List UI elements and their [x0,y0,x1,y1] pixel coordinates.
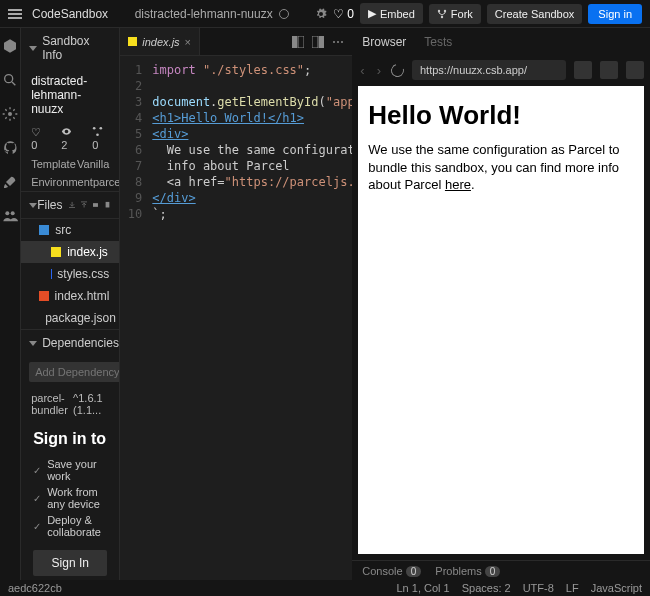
open-new-window-icon[interactable] [626,61,644,79]
cursor-position[interactable]: Ln 1, Col 1 [397,582,450,594]
template-label: Template [31,158,76,170]
svg-point-9 [96,133,99,136]
template-value: Vanilla [77,158,109,170]
signin-benefit-2: Work from any device [33,486,107,510]
problems-tab[interactable]: Problems 0 [435,565,500,577]
sandbox-title[interactable]: distracted-lehmann-nuuzx [135,7,273,21]
download-icon[interactable] [69,200,75,210]
svg-point-2 [441,15,443,17]
url-input[interactable] [412,60,566,80]
svg-point-5 [5,211,9,215]
status-bar: aedc622cb Ln 1, Col 1 Spaces: 2 UTF-8 LF… [0,580,650,596]
upload-icon[interactable] [81,200,87,210]
split-left-icon[interactable] [292,36,304,48]
file-package-json[interactable]: package.json [21,307,119,329]
svg-rect-13 [298,36,304,48]
dependency-row[interactable]: parcel-bundler^1.6.1 (1.1... [21,388,119,420]
sidebar-signin-button[interactable]: Sign In [33,550,107,576]
reload-icon[interactable] [389,61,407,79]
preview-pane: Browser Tests ‹ › Hello World! We use th… [352,28,650,580]
spaces-indicator[interactable]: Spaces: 2 [462,582,511,594]
view-count: 2 [61,126,78,151]
svg-point-17 [337,41,339,43]
globe-icon [279,9,289,19]
signin-benefit-3: Deploy & collaborate [33,514,107,538]
code-editor[interactable]: 12345678910 import "./styles.css"; docum… [120,56,352,580]
encoding-indicator[interactable]: UTF-8 [523,582,554,594]
svg-rect-12 [292,36,297,48]
svg-point-18 [341,41,343,43]
heart-count: ♡ 0 [31,126,47,151]
preview-frame: Hello World! We use the same configurati… [358,86,644,554]
close-tab-icon[interactable]: × [185,36,191,48]
eol-indicator[interactable]: LF [566,582,579,594]
language-indicator[interactable]: JavaScript [591,582,642,594]
sandbox-info-header[interactable]: Sandbox Info [21,28,119,68]
github-icon[interactable] [2,140,18,156]
likes[interactable]: ♡ 0 [333,7,354,21]
svg-point-7 [93,127,96,130]
editor-tab-indexjs[interactable]: index.js × [120,28,200,55]
activity-rail [0,28,21,580]
signin-benefit-1: Save your work [33,458,107,482]
svg-point-0 [438,9,440,11]
browser-tab[interactable]: Browser [362,35,406,49]
menu-icon[interactable] [8,9,22,19]
settings-rail-icon[interactable] [2,106,18,122]
svg-rect-15 [319,36,324,48]
tests-tab[interactable]: Tests [424,35,452,49]
svg-rect-10 [93,203,98,207]
folder-icon [39,225,49,235]
code-body[interactable]: import "./styles.css"; document.getEleme… [148,56,352,580]
console-tab[interactable]: Console 0 [362,565,421,577]
env-label: Environment [31,176,93,188]
preview-opt1-icon[interactable] [574,61,592,79]
signin-button[interactable]: Sign in [588,4,642,24]
here-link[interactable]: here [445,177,471,192]
svg-point-4 [8,112,12,116]
file-styles-css[interactable]: styles.css [21,263,119,285]
signin-title: Sign in to [33,430,107,448]
sandbox-name: distracted-lehmann-nuuzx [21,68,119,122]
new-file-icon[interactable] [105,200,111,210]
svg-point-8 [100,127,103,130]
html-icon [39,291,48,301]
svg-point-1 [444,9,446,11]
forward-icon[interactable]: › [375,63,383,78]
split-right-icon[interactable] [312,36,324,48]
new-folder-icon[interactable] [93,200,99,210]
line-gutter: 12345678910 [120,56,148,580]
fork-button[interactable]: Fork [429,4,481,24]
fork-count: 0 [92,126,109,151]
file-index-js[interactable]: index.js [21,241,119,263]
embed-button[interactable]: ▶ Embed [360,3,423,24]
env-value: parcel [93,176,120,188]
js-icon [51,247,61,257]
app-name: CodeSandbox [32,7,108,21]
people-icon[interactable] [2,208,18,224]
editor-pane: index.js × 12345678910 import "./styles.… [120,28,352,580]
files-header[interactable]: Files [21,191,119,219]
back-icon[interactable]: ‹ [358,63,366,78]
preview-heading: Hello World! [368,100,634,131]
commit-hash[interactable]: aedc622cb [8,582,62,594]
cube-icon[interactable] [2,38,18,54]
svg-point-6 [11,211,15,215]
more-icon[interactable] [332,36,344,48]
add-dependency-input[interactable] [29,362,120,382]
dependencies-header[interactable]: Dependencies [21,329,119,356]
settings-icon[interactable] [315,8,327,20]
search-icon[interactable] [2,72,18,88]
folder-src[interactable]: src [21,219,119,241]
js-icon [128,37,137,46]
sidebar: Sandbox Info distracted-lehmann-nuuzx ♡ … [21,28,120,580]
create-sandbox-button[interactable]: Create Sandbox [487,4,583,24]
svg-rect-11 [106,202,110,208]
svg-point-3 [5,75,13,83]
file-index-html[interactable]: index.html [21,285,119,307]
preview-opt2-icon[interactable] [600,61,618,79]
svg-rect-14 [312,36,318,48]
svg-point-16 [333,41,335,43]
preview-paragraph: We use the same configuration as Parcel … [368,141,634,194]
rocket-icon[interactable] [2,174,18,190]
